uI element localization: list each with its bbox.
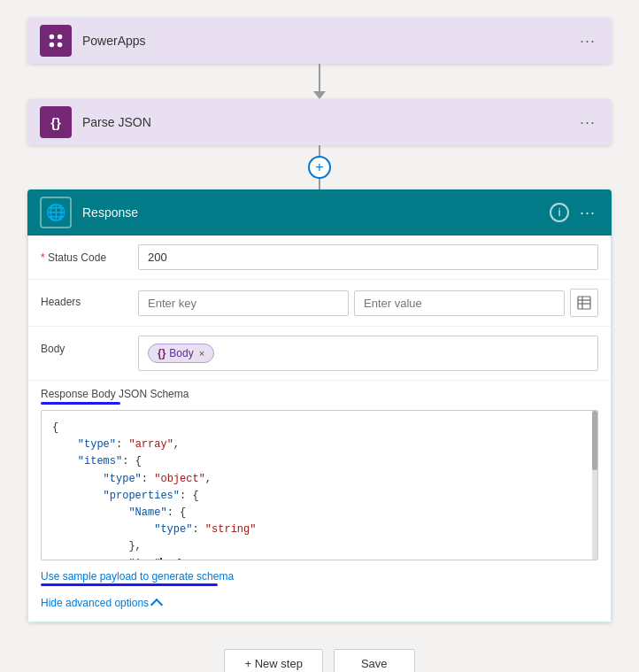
schema-label: Response Body JSON Schema bbox=[41, 388, 598, 405]
json-line-3: "items": { bbox=[52, 453, 587, 470]
chevron-up-icon bbox=[150, 598, 163, 610]
json-editor[interactable]: { "type": "array", "items": { "type": "o… bbox=[41, 410, 598, 560]
svg-point-3 bbox=[58, 42, 63, 48]
parsejson-icon: {} bbox=[40, 106, 72, 138]
parsejson-menu-button[interactable]: ··· bbox=[576, 110, 599, 135]
powerapps-icon bbox=[40, 25, 72, 57]
json-line-8: }, bbox=[52, 538, 587, 555]
headers-label: Headers bbox=[41, 289, 138, 308]
response-card-body: * Status Code Headers bbox=[27, 236, 612, 622]
svg-point-1 bbox=[58, 35, 63, 40]
flow-container: PowerApps ··· {} Parse JSON ··· + 🌐 Resp… bbox=[27, 18, 612, 672]
parsejson-card-header: {} Parse JSON ··· bbox=[27, 99, 612, 145]
plus-line-top bbox=[319, 145, 320, 156]
hide-advanced-row: Hide advanced options bbox=[28, 590, 611, 622]
response-menu-button[interactable]: ··· bbox=[576, 200, 599, 226]
response-card-header: 🌐 Response i ··· bbox=[27, 189, 612, 236]
json-line-2: "type": "array", bbox=[52, 436, 587, 453]
parsejson-card: {} Parse JSON ··· bbox=[27, 99, 612, 145]
svg-point-0 bbox=[50, 35, 55, 40]
json-line-9: "Age": { bbox=[52, 556, 587, 561]
arrow-connector-1 bbox=[313, 64, 326, 99]
json-line-6: "Name": { bbox=[52, 505, 587, 521]
schema-label-underline bbox=[41, 402, 120, 405]
response-icon: 🌐 bbox=[40, 197, 72, 228]
powerapps-card: PowerApps ··· bbox=[27, 18, 612, 64]
plus-circle-button[interactable]: + bbox=[308, 156, 331, 179]
svg-rect-4 bbox=[578, 297, 590, 309]
schema-scrollbar-thumb bbox=[592, 411, 597, 470]
json-line-1: { bbox=[52, 420, 587, 436]
status-code-value bbox=[138, 244, 598, 270]
hide-advanced-link[interactable]: Hide advanced options bbox=[41, 597, 149, 609]
plus-line-bottom bbox=[319, 179, 320, 189]
status-code-row: * Status Code bbox=[28, 236, 611, 280]
schema-scrollbar[interactable] bbox=[592, 411, 597, 560]
svg-point-2 bbox=[50, 42, 55, 48]
json-line-5: "properties": { bbox=[52, 488, 587, 505]
use-sample-underline bbox=[41, 583, 218, 586]
body-tag-label: Body bbox=[169, 347, 193, 359]
headers-inputs bbox=[138, 289, 598, 317]
powerapps-title: PowerApps bbox=[82, 34, 576, 48]
parsejson-title: Parse JSON bbox=[82, 115, 576, 129]
new-step-button[interactable]: + New step bbox=[224, 649, 322, 672]
body-tag: {} Body × bbox=[148, 344, 214, 363]
json-line-4: "type": "object", bbox=[52, 471, 587, 488]
arrow-line bbox=[319, 64, 320, 91]
body-row: Body {} Body × bbox=[28, 327, 611, 381]
headers-table-button[interactable] bbox=[570, 289, 598, 317]
body-input-area[interactable]: {} Body × bbox=[138, 336, 598, 371]
status-code-label: * Status Code bbox=[41, 244, 138, 264]
status-code-input[interactable] bbox=[138, 244, 598, 270]
bottom-buttons: + New step Save bbox=[224, 649, 414, 672]
body-tag-close[interactable]: × bbox=[199, 348, 204, 359]
body-label: Body bbox=[41, 336, 138, 355]
use-sample-link[interactable]: Use sample payload to generate schema bbox=[41, 570, 234, 583]
headers-key-input[interactable] bbox=[138, 290, 349, 316]
response-card: 🌐 Response i ··· * Status Code Headers bbox=[27, 189, 612, 622]
response-title: Response bbox=[82, 205, 550, 220]
headers-row: Headers bbox=[28, 280, 611, 327]
response-info-button[interactable]: i bbox=[550, 203, 569, 222]
arrow-head bbox=[313, 91, 326, 99]
powerapps-card-header: PowerApps ··· bbox=[27, 18, 612, 64]
body-tag-icon: {} bbox=[158, 347, 166, 359]
schema-section: Response Body JSON Schema { "type": "arr… bbox=[28, 381, 611, 590]
use-sample-section: Use sample payload to generate schema bbox=[41, 560, 598, 590]
json-line-7: "type": "string" bbox=[52, 521, 587, 538]
save-button[interactable]: Save bbox=[334, 649, 415, 672]
headers-value-input[interactable] bbox=[354, 290, 565, 316]
response-card-menu: i ··· bbox=[550, 200, 599, 226]
powerapps-menu-button[interactable]: ··· bbox=[576, 28, 599, 54]
plus-connector: + bbox=[308, 145, 331, 189]
